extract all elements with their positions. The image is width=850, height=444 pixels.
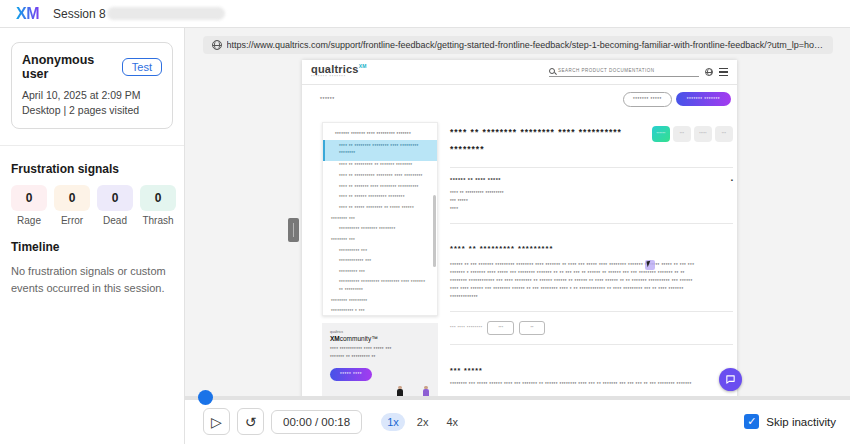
chat-widget-button[interactable]	[719, 368, 742, 391]
divider	[450, 223, 733, 224]
frustration-stat: 0 Error	[54, 185, 90, 226]
article-title: **** ** ******** ******** **** *********…	[450, 124, 645, 158]
paragraph-line: **** **** ****** *** ******** ****** ** …	[450, 286, 733, 294]
search-placeholder: SEARCH PRODUCT DOCUMENTATION	[558, 68, 655, 73]
feedback-prompt: *** **** ********	[450, 325, 482, 330]
nav-item[interactable]: ******* ******* **** ********* *******	[323, 129, 437, 140]
test-badge-button[interactable]: Test	[122, 58, 162, 76]
speed-1x-button[interactable]: 1x	[381, 413, 405, 431]
divider	[450, 167, 733, 168]
secondary-pill-button[interactable]: ******* *****	[623, 92, 672, 107]
nav-item[interactable]: ********** ******** ********	[323, 225, 437, 236]
user-card: Anonymous user Test April 10, 2025 at 2:…	[11, 42, 173, 129]
community-text-line: ******* ** ********* **	[330, 354, 430, 362]
globe-icon	[212, 40, 222, 50]
article-tool-button[interactable]: *****	[694, 126, 712, 142]
feedback-side-tab[interactable]	[288, 218, 299, 242]
toc-link[interactable]: ****	[450, 206, 733, 214]
play-button[interactable]: ▷	[203, 408, 230, 435]
toc-collapse-icon[interactable]: ▪	[731, 177, 733, 183]
article-paragraph: ****** ** *** ******* ********* ********…	[450, 262, 733, 301]
frustration-stat-value: 0	[140, 185, 176, 211]
bottom-paragraph-line: ******** *** ***** ****** **** *** *****…	[450, 382, 733, 387]
subsection-heading: *** *****	[450, 367, 733, 374]
redacted-session-id	[107, 7, 225, 20]
nav-item[interactable]: **** ** ***** ******** ** ***** ******	[323, 203, 437, 214]
top-bar: XM Session 8	[0, 0, 850, 28]
nav-item[interactable]: **** ** ****** ********* ********	[323, 193, 437, 204]
skip-inactivity-checkbox[interactable]: ✓	[744, 414, 759, 429]
nav-item[interactable]: **** ** ******* **** ******** **********	[323, 182, 437, 193]
community-text-line: **** *********** **** ***** ***	[330, 346, 430, 354]
replay-side-nav: ******* ******* **** ********* ******* *…	[322, 122, 438, 316]
progress-track[interactable]	[185, 396, 850, 400]
nav-item[interactable]: *********** * ***	[323, 307, 437, 316]
article-toolbar: ****** *** ***** ***	[652, 126, 733, 142]
nav-item[interactable]: **** ** ********** ******** **** *******…	[323, 172, 437, 183]
divider	[450, 344, 733, 345]
nav-item[interactable]: ********* ***	[323, 267, 437, 278]
replay-site-header: qualtricsXM ******* ******* SEARCH PRODU…	[302, 60, 737, 85]
frustration-stat: 0 Thrash	[140, 185, 176, 226]
paragraph-line: ****** ** *** ******* ********* ********…	[450, 262, 733, 270]
speed-4x-button[interactable]: 4x	[440, 413, 464, 431]
nav-scrollbar[interactable]	[433, 195, 436, 267]
session-meta: Desktop | 2 pages visited	[22, 104, 162, 116]
nav-item[interactable]: **** ** ******** ******** **** *********…	[323, 140, 437, 161]
frustration-stat-value: 0	[11, 185, 47, 211]
toc-link[interactable]: *** *****	[450, 198, 733, 206]
replay-breadcrumb-row: ****** ******* ***** ******* *******	[302, 85, 737, 113]
frustration-signals-title: Frustration signals	[11, 162, 173, 176]
replayed-page: qualtricsXM ******* ******* SEARCH PRODU…	[302, 60, 737, 401]
url-bar: https://www.qualtrics.com/support/frontl…	[203, 36, 833, 54]
breadcrumb: ******	[320, 96, 335, 102]
session-sidebar: Anonymous user Test April 10, 2025 at 2:…	[0, 28, 185, 444]
timeline-title: Timeline	[11, 240, 173, 254]
article-tool-button[interactable]: ******	[652, 126, 670, 142]
feedback-yes-button[interactable]: ***	[487, 321, 514, 335]
frustration-stat: 0 Dead	[97, 185, 133, 226]
article-tool-button[interactable]: ***	[715, 126, 733, 142]
frustration-stat-value: 0	[97, 185, 133, 211]
community-brand-small: qualtrics	[330, 330, 430, 334]
restart-button[interactable]: ↺	[237, 408, 264, 435]
frustration-stat-label: Rage	[17, 215, 41, 226]
site-search[interactable]: SEARCH PRODUCT DOCUMENTATION	[549, 68, 699, 77]
replay-article: **** ** ******** ******** **** *********…	[450, 122, 733, 401]
community-join-button[interactable]: ***** ****	[330, 368, 372, 381]
skip-inactivity-label: Skip inactivity	[766, 416, 836, 428]
nav-item[interactable]: ******** ***	[323, 214, 437, 225]
nav-item[interactable]: ********** ********* ********* **** ****…	[323, 278, 437, 296]
speed-controls: 1x 2x 4x	[381, 413, 464, 431]
frustration-stat-label: Thrash	[142, 215, 173, 226]
frustration-stat-label: Dead	[103, 215, 127, 226]
frustration-stat-label: Error	[61, 215, 83, 226]
player-bar: ▷ ↺ 00:00 / 00:18 1x 2x 4x ✓ Skip inacti…	[185, 400, 850, 444]
nav-item[interactable]: ******** *********	[323, 296, 437, 307]
frustration-stat-value: 0	[54, 185, 90, 211]
frustration-stat: 0 Rage	[11, 185, 47, 226]
xm-community-logo: XMcommunity™	[330, 335, 430, 342]
language-globe-icon[interactable]	[705, 68, 713, 76]
feedback-no-button[interactable]: **	[519, 321, 544, 335]
toc-title: ****** ** **** *****	[450, 177, 501, 183]
nav-item[interactable]: ********** ***	[323, 246, 437, 257]
nav-item[interactable]: **** ** ********* ** ******* ********	[323, 161, 437, 172]
xm-community-card: qualtrics XMcommunity™ **** *********** …	[322, 323, 438, 401]
progress-handle[interactable]	[198, 390, 213, 405]
chat-icon	[725, 374, 736, 385]
section-heading: **** ** ********* *********	[450, 244, 733, 253]
nav-item[interactable]: ************ ***	[323, 257, 437, 268]
primary-pill-button[interactable]: ******* *******	[676, 92, 731, 106]
session-datetime: April 10, 2025 at 2:09 PM	[22, 89, 162, 101]
xm-logo: XM	[16, 5, 39, 23]
speed-2x-button[interactable]: 2x	[411, 413, 435, 431]
hamburger-menu-icon[interactable]	[719, 68, 728, 77]
qualtrics-logo[interactable]: qualtricsXM ******* *******	[311, 64, 367, 80]
timeline-empty-text: No frustration signals or custom events …	[11, 263, 173, 296]
article-tool-button[interactable]: ***	[673, 126, 691, 142]
user-name: Anonymous user	[22, 53, 122, 81]
toc-link[interactable]: **** ** ********* *********	[450, 190, 733, 198]
nav-item[interactable]: ******** ***	[323, 235, 437, 246]
search-icon	[549, 68, 555, 74]
